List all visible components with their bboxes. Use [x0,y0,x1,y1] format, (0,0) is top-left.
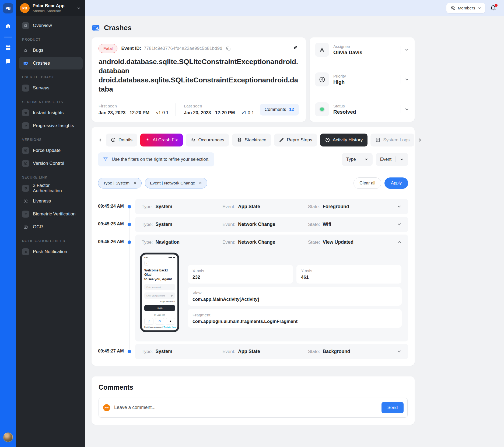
tabs-scroll-left-icon[interactable] [98,138,103,142]
sidebar-item-surveys[interactable]: Surveys [19,82,83,94]
send-button[interactable]: Send [382,402,404,413]
timeline-timestamp: 09:45:24 AM [98,199,124,214]
sidebar-item-instant-insights[interactable]: Instant Insights [19,107,83,119]
user-avatar[interactable] [3,432,13,442]
sidebar-item-2fa[interactable]: 2 Factor Authentication [19,182,83,194]
timeline-event-header[interactable]: Type:System Event:App State State:Foregr… [135,199,408,214]
filter-chip-type-system[interactable]: Type | System [98,178,142,188]
phone-login-button: Login [144,305,175,311]
chat-icon[interactable] [3,56,13,67]
crash-title-line2: droid.database.sqlite.SQLiteConstraintEx… [99,76,298,93]
chevron-down-icon[interactable] [397,349,402,354]
activity-card: Details AI Crash Fix Occurrences Stacktr… [92,127,415,366]
chevron-down-icon[interactable] [404,107,409,112]
assignee-row[interactable]: Assignee Olivia Davis [315,43,409,57]
fingerprint-icon [22,211,29,218]
phone-forgot-link: Forgot Password? [144,301,175,302]
sidebar-item-liveness[interactable]: Liveness [19,195,83,207]
app-titles: Polar Bear App Android, SandBox [33,3,65,13]
triage-card: Assignee Olivia Davis Priority High [310,37,415,122]
permalink-icon[interactable] [292,44,298,51]
type-value: Navigation [156,239,180,245]
top-bar: Members [85,0,504,16]
sidebar-item-bugs[interactable]: Bugs [19,44,83,57]
last-seen-date: Jan 23, 2023 - 12:20 PM [184,110,235,116]
tab-details[interactable]: Details [106,134,137,146]
chevron-down-icon[interactable] [397,222,402,227]
clear-all-button[interactable]: Clear all [354,177,381,189]
apps-grid-icon[interactable] [3,42,13,53]
facebook-icon: f [144,318,153,325]
tab-label: System Logs [383,137,410,143]
timeline-event-bar: Type:Navigation Event:Network Change Sta… [135,235,408,341]
workspace-rail: PB [0,0,16,447]
comments-heading: Comments [99,383,408,391]
tab-repro-steps[interactable]: Repro Steps [274,134,317,146]
filter-chip-event-network-change[interactable]: Event | Network Change [145,178,207,188]
status-value: Resolved [333,109,356,115]
sidebar-item-label: Push Notification [33,249,67,254]
comments-count-button[interactable]: Comments 12 [260,104,299,116]
apply-button[interactable]: Apply [384,177,408,189]
eye-icon [170,295,173,297]
fragment-field: Fragment com.applogin.ui.main.fragments.… [188,309,402,328]
divider [360,156,360,162]
tab-label: Occurrences [198,137,224,143]
type-dropdown-label: Type [346,157,356,162]
remove-chip-icon[interactable] [133,181,136,185]
sidebar-item-crashes[interactable]: Crashes [19,57,83,69]
google-icon: G [155,318,164,325]
members-icon [450,6,455,11]
chevron-up-icon[interactable] [397,240,402,245]
app-switcher[interactable]: PB Polar Bear App Android, SandBox [16,0,85,16]
comment-input[interactable] [114,404,382,411]
chevron-down-icon[interactable] [404,47,409,52]
home-icon[interactable] [3,20,13,31]
timeline-event-header[interactable]: Type:System Event:App State State:Backgr… [135,344,408,359]
copy-icon[interactable] [226,46,231,51]
tab-occurrences[interactable]: Occurrences [186,134,229,146]
cycle-icon [191,137,196,142]
timeline-event-header[interactable]: Type:System Event:Network Change State:W… [135,217,408,232]
first-seen-date: Jan 23, 2023 - 12:20 PM [99,110,149,116]
comments-section: Comments HW Send [92,376,415,425]
sidebar-item-push-notification[interactable]: Push Notification [19,246,83,258]
remove-chip-icon[interactable] [199,181,202,185]
last-seen-label: Last seen [184,104,254,109]
filter-dropdowns: Type Event [342,153,408,166]
fragment-value: com.applogin.ui.main.fragments.LoginFrag… [192,319,397,324]
sidebar-item-overview[interactable]: Overview [19,19,83,32]
sidebar-item-biometric[interactable]: Biometric Verification [19,208,83,220]
tab-ai-crash-fix[interactable]: AI Crash Fix [140,134,183,146]
sidebar-item-ocr[interactable]: OCR [19,221,83,233]
sidebar-item-label: Crashes [33,61,50,66]
status-row[interactable]: Status Resolved [315,102,409,116]
workspace-logo[interactable]: PB [3,3,13,13]
sidebar-section-notification-center: NOTIFICATION CENTER [16,234,85,245]
members-button[interactable]: Members [446,3,485,13]
comment-composer: HW Send [99,398,408,418]
divider [92,172,415,172]
tab-activity-history[interactable]: Activity History [320,134,368,146]
chevron-down-icon[interactable] [404,77,409,82]
sidebar-item-version-control[interactable]: Version Control [19,157,83,170]
sidebar-item-progressive-insights[interactable]: Progressive Insights [19,120,83,132]
status-texts: Status Resolved [333,104,356,115]
event-filter-dropdown[interactable]: Event [376,153,408,166]
tab-stacktrace[interactable]: Stacktrace [232,134,271,146]
sidebar-section-product: PRODUCT [16,32,85,44]
back-chevron-icon: ‹ [144,261,149,266]
priority-row[interactable]: Priority High [315,72,409,86]
type-filter-dropdown[interactable]: Type [342,153,373,166]
state-label: State: [308,204,320,209]
notifications-bell-icon[interactable] [490,4,498,12]
sidebar-item-force-update[interactable]: Force Update [19,144,83,157]
priority-label: Priority [333,74,346,78]
event-label: Event: [222,204,235,209]
event-label: Event: [222,349,235,354]
event-id-label: Event ID: [121,46,141,51]
tabs-scroll-right-icon[interactable] [417,138,422,142]
timeline-event-header[interactable]: Type:Navigation Event:Network Change Sta… [135,235,408,250]
chevron-down-icon[interactable] [397,204,402,209]
tab-system-logs[interactable]: System Logs [370,134,414,146]
